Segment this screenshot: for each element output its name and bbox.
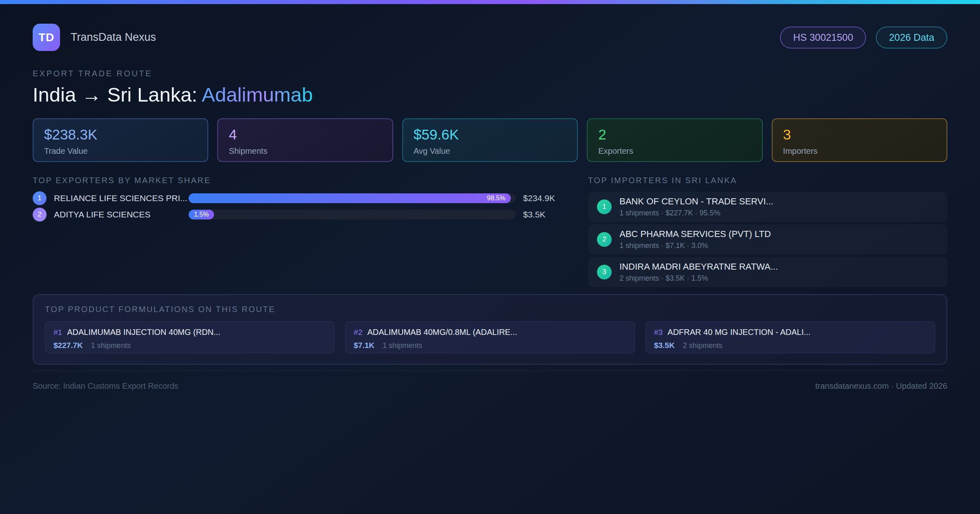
product-meta-row: $227.7K 1 shipments <box>53 341 326 350</box>
product-rank: #3 <box>654 328 663 337</box>
product-cards: #1 ADALIMUMAB INJECTION 40MG (RDN... $22… <box>45 321 935 353</box>
brand-logo: TD <box>33 24 60 51</box>
page-title-highlight: Adalimumab <box>202 84 313 106</box>
importer-text: BANK OF CEYLON - TRADE SERVI... 1 shipme… <box>619 196 773 217</box>
product-card[interactable]: #1 ADALIMUMAB INJECTION 40MG (RDN... $22… <box>45 321 334 353</box>
stat-value: $59.6K <box>414 126 566 143</box>
product-meta-row: $7.1K 1 shipments <box>354 341 626 350</box>
stat-label: Exporters <box>598 146 751 156</box>
importer-meta: 1 shipments · $7.1K · 3.0% <box>619 241 771 250</box>
exporter-value: $3.5K <box>523 210 562 219</box>
exporter-row: 1 RELIANCE LIFE SCIENCES PRI... 98.5% $2… <box>33 190 562 206</box>
product-card[interactable]: #3 ADFRAR 40 MG INJECTION - ADALI... $3.… <box>646 321 935 353</box>
market-share-bar: 98.5% <box>189 193 511 203</box>
app-name: TransData Nexus <box>71 31 156 44</box>
rank-badge: 1 <box>597 199 612 214</box>
rank-badge: 2 <box>33 208 47 222</box>
market-share-bar: 1.5% <box>189 210 214 219</box>
importer-meta: 1 shipments · $227.7K · 95.5% <box>619 209 773 217</box>
exporter-name: ADITYA LIFE SCIENCES <box>54 210 189 219</box>
top-exporters-section: TOP EXPORTERS BY MARKET SHARE 1 RELIANCE… <box>33 176 562 223</box>
product-title-row: #2 ADALIMUMAB 40MG/0.8ML (ADALIRE... <box>354 328 626 337</box>
stat-card-importers: 3 Importers <box>772 118 947 162</box>
exporter-value: $234.9K <box>523 193 562 203</box>
header-badges: HS 30021500 2026 Data <box>780 27 947 49</box>
footer: Source: Indian Customs Export Records tr… <box>33 370 947 391</box>
product-shipments: 1 shipments <box>383 341 422 350</box>
product-name: ADALIMUMAB 40MG/0.8ML (ADALIRE... <box>367 328 517 337</box>
product-title-row: #1 ADALIMUMAB INJECTION 40MG (RDN... <box>53 328 326 337</box>
stat-label: Shipments <box>229 146 381 156</box>
columns: TOP EXPORTERS BY MARKET SHARE 1 RELIANCE… <box>33 176 947 287</box>
exporter-name: RELIANCE LIFE SCIENCES PRI... <box>54 193 189 203</box>
rank-badge: 1 <box>33 191 47 205</box>
product-rank: #1 <box>53 328 62 337</box>
top-importers-section: TOP IMPORTERS IN SRI LANKA 1 BANK OF CEY… <box>588 176 947 287</box>
page-title: India → Sri Lanka: Adalimumab <box>33 83 947 106</box>
importers-heading: TOP IMPORTERS IN SRI LANKA <box>588 176 947 185</box>
product-card[interactable]: #2 ADALIMUMAB 40MG/0.8ML (ADALIRE... $7.… <box>345 321 635 353</box>
importer-list: 1 BANK OF CEYLON - TRADE SERVI... 1 ship… <box>588 192 947 287</box>
product-rank: #2 <box>354 328 362 337</box>
footer-site: transdatanexus.com · Updated 2026 <box>815 381 947 391</box>
eyebrow-label: EXPORT TRADE ROUTE <box>33 69 947 78</box>
data-year-badge: 2026 Data <box>876 27 947 49</box>
stat-value: 3 <box>783 126 936 143</box>
stat-card-shipments: 4 Shipments <box>217 118 393 162</box>
market-share-bar-track: 98.5% <box>189 193 516 203</box>
top-products-section: TOP PRODUCT FORMULATIONS ON THIS ROUTE #… <box>33 294 947 365</box>
brand: TD TransData Nexus <box>33 24 156 51</box>
stat-value: 2 <box>598 126 751 143</box>
product-title-row: #3 ADFRAR 40 MG INJECTION - ADALI... <box>654 328 927 337</box>
product-value: $3.5K <box>654 341 675 350</box>
topbar: TD TransData Nexus HS 30021500 2026 Data <box>33 24 947 51</box>
product-name: ADALIMUMAB INJECTION 40MG (RDN... <box>67 328 220 337</box>
importer-text: ABC PHARMA SERVICES (PVT) LTD 1 shipment… <box>619 229 771 250</box>
market-share-bar-track: 1.5% <box>189 210 516 219</box>
product-meta-row: $3.5K 2 shipments <box>654 341 927 350</box>
rank-badge: 2 <box>597 232 612 247</box>
importer-list-item[interactable]: 3 INDIRA MADRI ABEYRATNE RATWA... 2 ship… <box>588 257 947 287</box>
product-shipments: 1 shipments <box>91 341 131 350</box>
stat-value: $238.3K <box>44 126 197 143</box>
page-title-prefix: India → Sri Lanka: <box>33 84 202 106</box>
stat-card-trade-value: $238.3K Trade Value <box>33 118 208 162</box>
stat-label: Trade Value <box>44 146 197 156</box>
product-name: ADFRAR 40 MG INJECTION - ADALI... <box>668 328 811 337</box>
importer-name: INDIRA MADRI ABEYRATNE RATWA... <box>619 261 778 272</box>
stat-cards: $238.3K Trade Value 4 Shipments $59.6K A… <box>33 118 947 162</box>
rank-badge: 3 <box>597 265 612 279</box>
importer-list-item[interactable]: 1 BANK OF CEYLON - TRADE SERVI... 1 ship… <box>588 192 947 222</box>
products-heading: TOP PRODUCT FORMULATIONS ON THIS ROUTE <box>45 305 935 314</box>
stat-card-avg-value: $59.6K Avg Value <box>402 118 578 162</box>
stat-value: 4 <box>229 126 381 143</box>
exporters-heading: TOP EXPORTERS BY MARKET SHARE <box>33 176 562 185</box>
exporter-row: 2 ADITYA LIFE SCIENCES 1.5% $3.5K <box>33 206 562 223</box>
importer-name: BANK OF CEYLON - TRADE SERVI... <box>619 196 773 207</box>
importer-list-item[interactable]: 2 ABC PHARMA SERVICES (PVT) LTD 1 shipme… <box>588 224 947 255</box>
stat-card-exporters: 2 Exporters <box>587 118 762 162</box>
stat-label: Importers <box>783 146 936 156</box>
hs-code-badge: HS 30021500 <box>780 27 866 49</box>
importer-meta: 2 shipments · $3.5K · 1.5% <box>619 274 778 283</box>
top-accent-bar <box>0 0 980 4</box>
product-shipments: 2 shipments <box>683 341 722 350</box>
page: TD TransData Nexus HS 30021500 2026 Data… <box>0 24 980 391</box>
importer-text: INDIRA MADRI ABEYRATNE RATWA... 2 shipme… <box>619 261 778 283</box>
exporter-rows: 1 RELIANCE LIFE SCIENCES PRI... 98.5% $2… <box>33 190 562 223</box>
importer-name: ABC PHARMA SERVICES (PVT) LTD <box>619 229 771 239</box>
stat-label: Avg Value <box>414 146 566 156</box>
product-value: $7.1K <box>354 341 374 350</box>
product-value: $227.7K <box>53 341 83 350</box>
footer-source: Source: Indian Customs Export Records <box>33 381 178 391</box>
